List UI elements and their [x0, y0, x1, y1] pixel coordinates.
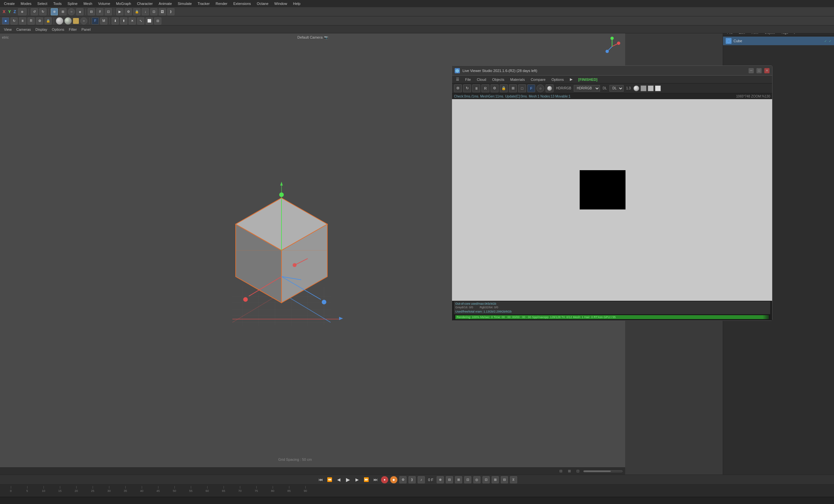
coord-mode-btn[interactable]: ⊕	[18, 8, 26, 15]
tl-next-frame[interactable]: ⏩	[363, 476, 370, 483]
tl-icon5[interactable]: ◎	[473, 476, 481, 483]
menu-volume[interactable]: Volume	[95, 1, 113, 6]
lv-hdr-dropdown[interactable]: HDR/RGB	[574, 85, 600, 92]
lv-tb-settings[interactable]: ⚙	[454, 84, 462, 92]
lv-tb-f[interactable]: F	[527, 84, 535, 92]
minimize-button[interactable]: ─	[749, 68, 754, 73]
tl-record-btn[interactable]: ●	[381, 476, 388, 483]
menu-help[interactable]: Help	[290, 1, 303, 6]
close-button[interactable]: ✕	[764, 68, 769, 73]
menu-mograph[interactable]: MoGraph	[114, 1, 134, 6]
lv-tb-r[interactable]: R	[482, 84, 489, 92]
menu-window[interactable]: Window	[272, 1, 290, 6]
lv-color-swatch4[interactable]	[655, 85, 661, 91]
vp-nav-options[interactable]: Options	[50, 27, 66, 32]
oct-lock-btn[interactable]: 🔒	[45, 17, 52, 25]
lv-tb-lock[interactable]: 🔒	[500, 84, 508, 92]
oct-render-btn[interactable]: ■	[2, 17, 9, 25]
snap-btn[interactable]: ⊟	[88, 8, 95, 15]
vp-nav-cameras[interactable]: Cameras	[15, 27, 33, 32]
tl-icon4[interactable]: ⊡	[464, 476, 471, 483]
tl-icon2[interactable]: ⊟	[446, 476, 453, 483]
lv-menu-file[interactable]: File	[462, 77, 474, 82]
render-region-btn[interactable]: ⊡	[150, 8, 157, 15]
render-active-btn[interactable]: ↓	[142, 8, 149, 15]
tl-icon8[interactable]: ⊟	[501, 476, 508, 483]
menu-character[interactable]: Character	[134, 1, 155, 6]
menu-animate[interactable]: Animate	[156, 1, 174, 6]
tl-go-start[interactable]: ⏮	[317, 476, 324, 483]
axis-z-label[interactable]: Z	[13, 9, 17, 14]
lv-menu-objects[interactable]: Objects	[489, 77, 507, 82]
vp-nav-view[interactable]: View	[2, 27, 14, 32]
undo-btn[interactable]: ↺	[31, 8, 38, 15]
oct-settings-btn[interactable]: ⚙	[36, 17, 43, 25]
lv-menu-options[interactable]: Options	[549, 77, 567, 82]
tl-icon7[interactable]: ⊞	[491, 476, 499, 483]
vp-grid-btn2[interactable]: ⊞	[566, 468, 572, 474]
lv-tb-refresh[interactable]: ↻	[463, 84, 471, 92]
lv-color-swatch3[interactable]	[648, 85, 654, 91]
cube-render-check[interactable]: ✓	[829, 39, 831, 43]
lv-menu-hamburger[interactable]: ☰	[453, 76, 462, 82]
oct-up-btn[interactable]: ⬆	[120, 17, 127, 25]
grid-btn[interactable]: #	[96, 8, 104, 15]
menu-create[interactable]: Create	[1, 1, 17, 6]
scale-tool-btn[interactable]: ⊞	[59, 8, 66, 15]
menu-extensions[interactable]: Extensions	[231, 1, 254, 6]
lv-tb-grid[interactable]: ⊞	[509, 84, 517, 92]
axis-y-label[interactable]: Y	[7, 9, 12, 14]
live-viewer-canvas[interactable]	[452, 99, 772, 301]
oct-extra-btn[interactable]: ⊟	[154, 17, 161, 25]
move-tool-btn[interactable]: ⊕	[51, 8, 58, 15]
render-preview-btn[interactable]: ▶	[116, 8, 124, 15]
tl-prev-frame[interactable]: ⏪	[326, 476, 333, 483]
lv-menu-arrow[interactable]: ▶	[567, 76, 575, 82]
tl-settings-btn[interactable]: ⚙	[399, 476, 407, 483]
tl-icon6[interactable]: ⊡	[482, 476, 490, 483]
cube-3d[interactable]	[216, 178, 347, 330]
vp-nav-filter[interactable]: Filter	[67, 27, 79, 32]
axis-x-label[interactable]: X	[2, 9, 6, 14]
lv-tb-circle[interactable]: ○	[536, 84, 544, 92]
oct-m-btn[interactable]: M	[100, 17, 107, 25]
maximize-button[interactable]: □	[756, 68, 762, 73]
tl-audio-btn[interactable]: ♪	[418, 476, 425, 483]
workplane-btn[interactable]: ⊡	[105, 8, 112, 15]
vp-nav-display[interactable]: Display	[34, 27, 49, 32]
lv-menu-cloud[interactable]: Cloud	[474, 77, 489, 82]
oct-reset-btn[interactable]: R	[27, 17, 35, 25]
lv-menu-compare[interactable]: Compare	[528, 77, 548, 82]
tl-icon1[interactable]: ⊕	[437, 476, 444, 483]
picture-viewer-btn[interactable]: 🖼	[159, 8, 166, 15]
render-motion-btn[interactable]: ⟫	[167, 8, 174, 15]
select-all-btn[interactable]: ◈	[76, 8, 84, 15]
menu-simulate[interactable]: Simulate	[175, 1, 194, 6]
tl-icon3[interactable]: ⊞	[455, 476, 462, 483]
lv-tb-pause[interactable]: ⏸	[472, 84, 480, 92]
cube-visibility-check[interactable]: ✓	[824, 39, 827, 43]
tl-icon9[interactable]: ⧖	[510, 476, 517, 483]
tl-play[interactable]: ▶	[344, 476, 352, 483]
tl-autokey-btn[interactable]: ◆	[390, 476, 397, 483]
menu-spline[interactable]: Spline	[65, 1, 80, 6]
menu-modes[interactable]: Modes	[18, 1, 34, 6]
redo-btn[interactable]: ↻	[39, 8, 46, 15]
object-row-cube[interactable]: Cube ✓ ✓	[723, 37, 834, 45]
lv-dl-dropdown[interactable]: DL	[610, 85, 623, 92]
menu-octane[interactable]: Octane	[254, 1, 271, 6]
vp-grid-btn3[interactable]: ⊡	[575, 468, 581, 474]
menu-select[interactable]: Select	[35, 1, 50, 6]
menu-tools[interactable]: Tools	[51, 1, 65, 6]
timeline-ruler[interactable]: 0 5 10 15 20 25 30 35 40 45 50 55 60 65 …	[0, 485, 834, 497]
oct-img-btn[interactable]: ⬜	[146, 17, 153, 25]
lv-color-swatch2[interactable]	[640, 85, 646, 91]
oct-arrow-btn[interactable]: ⤡	[137, 17, 144, 25]
viewport-zoom-slider[interactable]	[583, 470, 622, 472]
lv-tb-gear[interactable]: ⚙	[491, 84, 499, 92]
oct-circle-btn[interactable]: ○	[80, 17, 87, 25]
tl-motion-btn[interactable]: ⟫	[409, 476, 416, 483]
oct-cross-btn[interactable]: ✕	[129, 17, 136, 25]
render-settings-btn[interactable]: ⚙	[125, 8, 132, 15]
oct-refresh-btn[interactable]: ↻	[10, 17, 18, 25]
